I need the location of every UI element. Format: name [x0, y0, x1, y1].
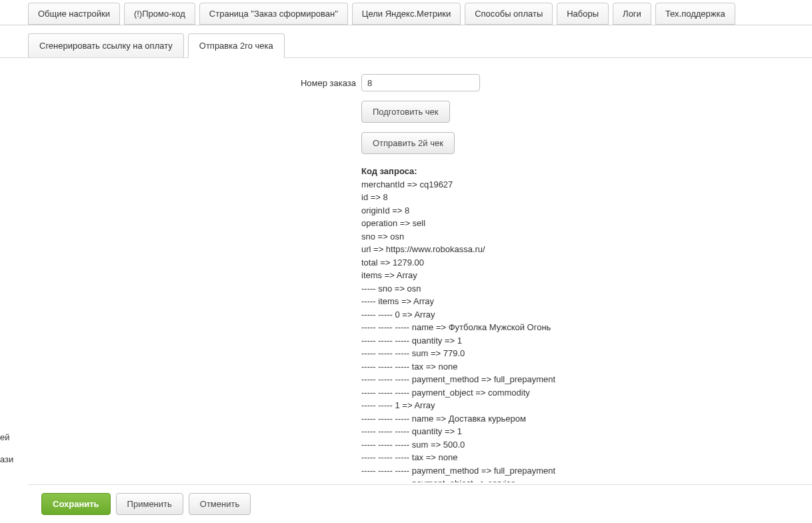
request-line: merchantId => cq19627: [361, 178, 807, 191]
request-line: ----- ----- ----- payment_method => full…: [361, 373, 807, 386]
request-line: ----- ----- 1 => Array: [361, 399, 807, 412]
request-line: ----- ----- ----- sum => 500.0: [361, 438, 807, 452]
content-area: Номер заказа Подготовить чек Отправить 2…: [28, 58, 807, 482]
subtab-send-second-receipt[interactable]: Отправка 2го чека: [188, 33, 285, 58]
footer-bar: Сохранить Применить Отменить: [28, 484, 812, 523]
request-line: ----- ----- ----- payment_object => comm…: [361, 386, 807, 400]
tab-order-formed-page[interactable]: Страница "Заказ сформирован": [199, 3, 348, 25]
tab-yandex-metrika-goals[interactable]: Цели Яндекс.Метрики: [352, 3, 461, 25]
apply-button[interactable]: Применить: [116, 493, 183, 515]
save-button[interactable]: Сохранить: [41, 493, 111, 515]
request-line: ----- items => Array: [361, 295, 807, 308]
request-line: originId => 8: [361, 204, 807, 217]
subtab-generate-payment-link[interactable]: Сгенерировать ссылку на оплату: [28, 33, 184, 57]
order-number-label: Номер заказа: [28, 78, 361, 88]
tab-promo-code[interactable]: (!)Промо-код: [124, 3, 195, 25]
request-line: ----- sno => osn: [361, 282, 807, 296]
tab-general-settings[interactable]: Общие настройки: [28, 3, 120, 25]
top-tabs: Общие настройки (!)Промо-код Страница "З…: [0, 0, 812, 25]
request-line: ----- ----- ----- quantity => 1: [361, 334, 807, 348]
sub-tabs: Сгенерировать ссылку на оплату Отправка …: [0, 25, 812, 58]
prepare-receipt-button[interactable]: Подготовить чек: [361, 101, 450, 123]
request-line: ----- ----- ----- payment_method => full…: [361, 464, 807, 478]
request-line: ----- ----- ----- tax => none: [361, 360, 807, 374]
request-line: ----- ----- ----- quantity => 1: [361, 425, 807, 438]
request-line: ----- ----- ----- payment_object => serv…: [361, 477, 807, 482]
side-text-line: ази: [0, 449, 13, 471]
order-number-input[interactable]: [361, 74, 480, 91]
request-line: total => 1279.00: [361, 256, 807, 270]
request-line: ----- ----- 0 => Array: [361, 308, 807, 322]
send-button-row: Отправить 2й чек: [28, 132, 807, 154]
request-line: sno => osn: [361, 230, 807, 243]
request-line: ----- ----- ----- name => Футболка Мужск…: [361, 321, 807, 334]
request-line: operation => sell: [361, 217, 807, 230]
request-code-title: Код запроса:: [361, 165, 807, 178]
tab-tech-support[interactable]: Тех.поддержка: [655, 3, 735, 25]
tab-sets[interactable]: Наборы: [557, 3, 609, 25]
side-truncated-text: ей ази: [0, 427, 13, 470]
request-line: items => Array: [361, 269, 807, 282]
request-line: url => https://www.robokassa.ru/: [361, 243, 807, 256]
order-number-row: Номер заказа: [28, 74, 807, 91]
request-line: id => 8: [361, 191, 807, 204]
send-second-receipt-button[interactable]: Отправить 2й чек: [361, 132, 455, 154]
request-code-block: Код запроса: merchantId => cq19627 id =>…: [28, 165, 807, 482]
side-text-line: ей: [0, 427, 13, 449]
tab-payment-methods[interactable]: Способы оплаты: [465, 3, 553, 25]
tab-logs[interactable]: Логи: [613, 3, 651, 25]
request-line: ----- ----- ----- tax => none: [361, 451, 807, 464]
request-line: ----- ----- ----- sum => 779.0: [361, 347, 807, 360]
prepare-button-row: Подготовить чек: [28, 101, 807, 123]
cancel-button[interactable]: Отменить: [189, 493, 251, 515]
request-line: ----- ----- ----- name => Доставка курье…: [361, 412, 807, 426]
